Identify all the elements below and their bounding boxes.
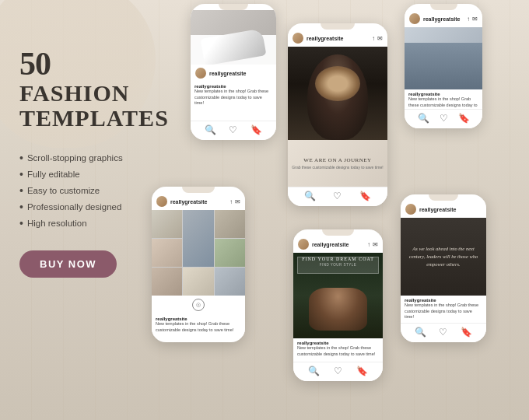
insta-header-1: reallygreatsite	[191, 65, 276, 82]
grid-cell-4	[152, 239, 182, 267]
heart-icon-1: ♡	[229, 124, 237, 136]
journey-title: WE ARE ON A JOURNEY	[303, 157, 371, 163]
insta-actions-5: ↑ ✉	[367, 241, 378, 248]
feature-item-3: Easy to customize	[19, 184, 140, 197]
username-2: reallygreatsite	[307, 36, 369, 41]
avatar-4	[156, 196, 167, 207]
headline-fashion: FASHION	[19, 81, 140, 106]
phone-screen-6: As we look ahead into the next century, …	[401, 218, 486, 323]
phones-area: PUT YOUR NAME HERE We inspire theworld r…	[144, 0, 529, 420]
features-list: Scroll-stopping graphics Fully editable …	[19, 152, 140, 233]
heart-icon-6: ♡	[439, 327, 447, 338]
share-icon-5: ↑	[367, 241, 370, 248]
buy-now-button[interactable]: BUY NOW	[19, 250, 117, 278]
phone-screen-2: WE ARE ON A JOURNEY Grab these customiza…	[288, 47, 387, 187]
insta-header-2: reallygreatsite ↑ ✉	[288, 30, 387, 47]
dream-sub: FIND YOUR STYLE	[297, 263, 379, 267]
caption-3: reallygreatsite New templates in the sho…	[405, 89, 482, 109]
grid-cell-1	[152, 210, 182, 238]
caption-1: reallygreatsite New templates in the sho…	[191, 82, 276, 110]
dream-overlay: FIND YOUR DREAM COAT FIND YOUR STYLE	[297, 257, 379, 267]
avatar-3	[409, 13, 420, 24]
top-right-image	[405, 27, 482, 89]
insta-header-3: reallygreatsite ↑ ✉	[405, 10, 482, 27]
bookmark-icon-1: 🔖	[250, 124, 262, 136]
phone-screen-1: PUT YOUR NAME HERE We inspire theworld r…	[191, 10, 276, 121]
search-icon-2: 🔍	[304, 191, 316, 202]
portrait-image	[288, 47, 387, 140]
grid-cell-5	[215, 239, 245, 267]
grid-image	[152, 210, 245, 296]
phone-notch-5	[322, 229, 353, 236]
journey-subtitle: Grab these customizable designs today to…	[292, 165, 383, 170]
left-panel: 50 FASHION TEMPLATES Scroll-stopping gra…	[0, 0, 156, 420]
grid-cell-6	[152, 268, 182, 296]
icons-bar-1: 🔍 ♡ 🔖	[191, 121, 276, 140]
phone-4: reallygreatsite ↑ ✉ ◎ reallygreatsite	[152, 187, 245, 342]
send-icon-5: ✉	[373, 241, 378, 248]
send-icon-2: ✉	[377, 35, 383, 42]
grid-cell-3	[215, 210, 245, 238]
search-icon-1: 🔍	[205, 124, 216, 136]
insta-actions-2: ↑ ✉	[372, 35, 383, 42]
avatar-5	[298, 239, 309, 250]
grid-cell-8	[215, 268, 245, 296]
share-icon-4: ↑	[229, 198, 233, 205]
icons-bar-6: 🔍 ♡ 🔖	[401, 323, 486, 342]
caption-5: reallygreatsite New templates in the sho…	[293, 338, 383, 360]
phone-2: reallygreatsite ↑ ✉ WE ARE ON A JOURNEY …	[288, 23, 387, 206]
username-5: reallygreatsite	[312, 242, 364, 247]
bookmark-icon-6: 🔖	[461, 327, 472, 338]
icons-bar-5: 🔍 ♡ 🔖	[293, 362, 383, 381]
feature-item-5: High resolution	[19, 217, 140, 229]
search-icon-3: 🔍	[418, 113, 429, 124]
username-6: reallygreatsite	[419, 207, 482, 212]
send-icon-4: ✉	[235, 198, 240, 205]
caption-4: reallygreatsite New templates in the sho…	[152, 314, 245, 336]
quote-text: As we look ahead into the next century, …	[407, 245, 480, 268]
overlay-small: PUT YOUR NAME HERE	[197, 39, 270, 44]
quote-image: As we look ahead into the next century, …	[401, 218, 486, 296]
username-1: reallygreatsite	[209, 71, 272, 76]
caption-6: reallygreatsite New templates in the sho…	[401, 296, 486, 323]
sneaker-image: PUT YOUR NAME HERE We inspire theworld	[191, 10, 276, 65]
phone-5: reallygreatsite ↑ ✉ FIND YOUR DREAM COAT…	[293, 229, 383, 381]
grid-cell-7	[183, 268, 213, 296]
phone-notch-4	[182, 187, 215, 193]
overlay-text-box: PUT YOUR NAME HERE We inspire theworld	[191, 35, 276, 65]
headline-templates: TEMPLATES	[19, 106, 140, 131]
avatar-1	[195, 68, 206, 79]
username-3: reallygreatsite	[423, 16, 464, 22]
bookmark-icon-3: 🔖	[458, 113, 470, 124]
headline-fifty: 50	[19, 47, 140, 81]
phone-notch-1	[219, 4, 249, 10]
heart-icon-2: ♡	[333, 191, 342, 202]
phone-screen-5: FIND YOUR DREAM COAT FIND YOUR STYLE rea…	[293, 253, 383, 362]
share-icon-3: ↑	[467, 16, 470, 23]
insta-actions-3: ↑ ✉	[467, 16, 478, 23]
phone-6: reallygreatsite As we look ahead into th…	[401, 194, 486, 342]
avatar-6	[405, 204, 416, 215]
insta-actions-4: ↑ ✉	[229, 198, 240, 205]
bookmark-icon-5: 🔖	[356, 366, 368, 377]
bookmark-icon-2: 🔖	[359, 191, 371, 202]
phone-screen-4: ◎ reallygreatsite New templates in the s…	[152, 210, 245, 342]
headline: 50 FASHION TEMPLATES	[19, 47, 140, 130]
logo-icon: ◎	[196, 302, 201, 308]
icons-bar-2: 🔍 ♡ 🔖	[288, 187, 387, 206]
grid-cell-2	[183, 210, 213, 267]
journey-section: WE ARE ON A JOURNEY Grab these customiza…	[288, 140, 387, 187]
dream-image: FIND YOUR DREAM COAT FIND YOUR STYLE	[293, 253, 383, 338]
feature-item-1: Scroll-stopping graphics	[19, 152, 140, 164]
heart-icon-5: ♡	[334, 366, 342, 377]
insta-header-6: reallygreatsite	[401, 201, 486, 218]
username-4: reallygreatsite	[170, 199, 226, 205]
insta-header-4: reallygreatsite ↑ ✉	[152, 193, 245, 210]
phone-notch-2	[321, 23, 356, 30]
overlay-large: We inspire theworld	[197, 44, 270, 61]
send-icon-3: ✉	[472, 16, 478, 23]
phone-1: PUT YOUR NAME HERE We inspire theworld r…	[191, 4, 276, 140]
icons-bar-3: 🔍 ♡ 🔖	[405, 109, 482, 128]
feature-item-2: Fully editable	[19, 168, 140, 180]
insta-header-5: reallygreatsite ↑ ✉	[293, 236, 383, 253]
